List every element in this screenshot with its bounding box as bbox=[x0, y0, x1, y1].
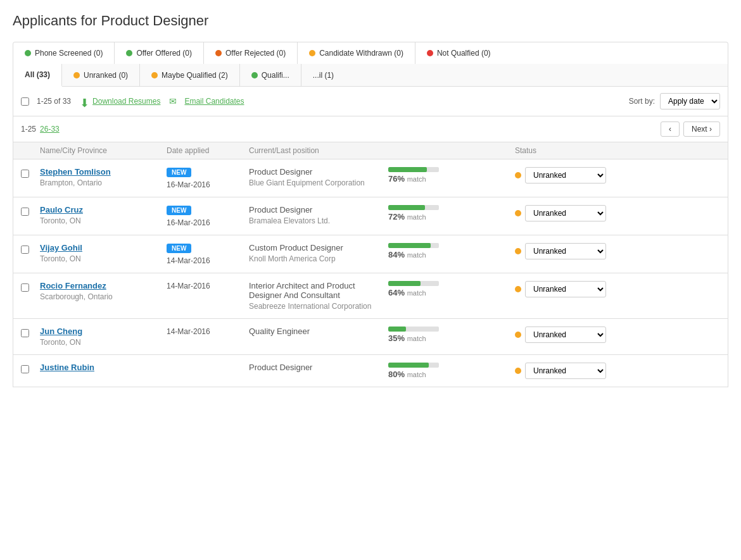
dot-icon bbox=[251, 72, 258, 78]
page-links: 1-25 26-33 bbox=[21, 125, 60, 134]
tab-offer-offered[interactable]: Offer Offered (0) bbox=[115, 42, 204, 64]
match-label: match bbox=[407, 371, 426, 378]
status-select[interactable]: Unranked Maybe Qualified Qualified Not Q… bbox=[525, 243, 606, 259]
match-pct-number: 84% bbox=[388, 250, 405, 259]
tab-not-qualified[interactable]: Not Qualfied (0) bbox=[415, 42, 502, 64]
applicant-location: Toronto, ON bbox=[40, 338, 167, 347]
status-select[interactable]: Unranked Maybe Qualified Qualified Not Q… bbox=[525, 167, 606, 184]
match-pct-number: 80% bbox=[388, 370, 405, 379]
row-check[interactable] bbox=[21, 327, 40, 339]
prev-button[interactable]: ‹ bbox=[661, 121, 680, 137]
col-name: Name/City Province bbox=[40, 146, 167, 155]
page-link-26-33[interactable]: 26-33 bbox=[40, 125, 60, 134]
status-select-wrap: Unranked Maybe Qualified Qualified Not Q… bbox=[515, 281, 616, 297]
tab-phone-screened[interactable]: Phone Screened (0) bbox=[13, 42, 115, 64]
tab-maybe-qualified[interactable]: Maybe Qualified (2) bbox=[140, 64, 240, 86]
row-check[interactable] bbox=[21, 281, 40, 294]
row-check[interactable] bbox=[21, 205, 40, 218]
toolbar-left: 1-25 of 33 ⬇ Download Resumes ✉ Email Ca… bbox=[21, 96, 244, 106]
match-bar-wrap bbox=[388, 281, 515, 286]
status-select-wrap: Unranked Maybe Qualified Qualified Not Q… bbox=[515, 363, 616, 379]
row-checkbox[interactable] bbox=[21, 365, 29, 373]
row-checkbox[interactable] bbox=[21, 283, 29, 292]
status-select[interactable]: Unranked Maybe Qualified Qualified Not Q… bbox=[525, 363, 606, 379]
status-select[interactable]: Unranked Maybe Qualified Qualified Not Q… bbox=[525, 205, 606, 221]
row-checkbox[interactable] bbox=[21, 329, 29, 337]
row-check[interactable] bbox=[21, 243, 40, 256]
tab-qualified[interactable]: Qualifi... bbox=[240, 64, 301, 86]
next-button[interactable]: Next › bbox=[683, 121, 720, 137]
tab-all[interactable]: All (33) bbox=[13, 64, 62, 87]
status-select[interactable]: Unranked Maybe Qualified Qualified Not Q… bbox=[525, 327, 606, 343]
match-bar-bg bbox=[388, 327, 439, 332]
match-bar-fill bbox=[388, 327, 406, 332]
status-select-wrap: Unranked Maybe Qualified Qualified Not Q… bbox=[515, 243, 616, 259]
applicant-location: Brampton, Ontario bbox=[40, 178, 167, 187]
row-checkbox[interactable] bbox=[21, 170, 29, 178]
match-label: match bbox=[407, 251, 426, 259]
date-cell: NEW 14-Mar-2016 bbox=[167, 243, 249, 265]
applicant-name-link[interactable]: Rocio Fernandez bbox=[40, 281, 106, 290]
date-text: 14-Mar-2016 bbox=[167, 256, 210, 265]
status-cell: Unranked Maybe Qualified Qualified Not Q… bbox=[515, 243, 616, 259]
email-candidates-link[interactable]: Email Candidates bbox=[184, 97, 244, 106]
match-pct-number: 76% bbox=[388, 174, 405, 184]
position-cell: Product Designer Blue Giant Equipment Co… bbox=[249, 167, 388, 187]
name-cell: Rocio Fernandez Scarborough, Ontario bbox=[40, 281, 167, 301]
select-all-checkbox[interactable] bbox=[21, 97, 29, 106]
applicant-name-link[interactable]: Vijay Gohil bbox=[40, 243, 82, 252]
dot-icon bbox=[73, 72, 80, 78]
match-bar-bg bbox=[388, 243, 439, 248]
match-bar-wrap bbox=[388, 167, 515, 172]
applicant-name-link[interactable]: Stephen Tomlison bbox=[40, 167, 111, 177]
tab-label: Qualifi... bbox=[262, 71, 289, 80]
tab-offer-rejected[interactable]: Offer Rejected (0) bbox=[204, 42, 298, 64]
match-label: match bbox=[407, 335, 426, 342]
status-dot-icon bbox=[515, 210, 521, 216]
match-cell: 64% match bbox=[388, 281, 515, 297]
sort-select[interactable]: Apply date Name Match % bbox=[660, 93, 720, 109]
applicant-name-link[interactable]: Paulo Cruz bbox=[40, 205, 83, 215]
status-cell: Unranked Maybe Qualified Qualified Not Q… bbox=[515, 281, 616, 297]
applicant-name-link[interactable]: Jun Cheng bbox=[40, 327, 82, 336]
tab-candidate-withdrawn[interactable]: Candidate Withdrawn (0) bbox=[298, 42, 415, 64]
tab-extra[interactable]: ...il (1) bbox=[301, 64, 345, 86]
tab-label: Candidate Withdrawn (0) bbox=[319, 49, 403, 58]
date-cell: NEW 16-Mar-2016 bbox=[167, 205, 249, 227]
match-label: match bbox=[407, 213, 426, 221]
row-checkbox[interactable] bbox=[21, 246, 29, 254]
position-cell: Product Designer Bramalea Elevators Ltd. bbox=[249, 205, 388, 225]
download-resumes-link[interactable]: Download Resumes bbox=[92, 97, 160, 106]
match-pct-text: 35% match bbox=[388, 333, 515, 343]
status-dot-icon bbox=[515, 368, 521, 374]
match-pct-text: 84% match bbox=[388, 250, 515, 259]
date-cell: 14-Mar-2016 bbox=[167, 327, 249, 336]
match-bar-fill bbox=[388, 167, 427, 172]
tab-label: Unranked (0) bbox=[84, 71, 128, 80]
match-pct-text: 76% match bbox=[388, 174, 515, 184]
dot-icon bbox=[25, 50, 31, 56]
applicant-name-link[interactable]: Justine Rubin bbox=[40, 363, 94, 372]
row-checkbox[interactable] bbox=[21, 208, 29, 216]
name-cell: Stephen Tomlison Brampton, Ontario bbox=[40, 167, 167, 187]
status-cell: Unranked Maybe Qualified Qualified Not Q… bbox=[515, 327, 616, 343]
match-cell: 84% match bbox=[388, 243, 515, 259]
position-title: Interior Architect and Product Designer … bbox=[249, 281, 388, 300]
tab-label: Not Qualfied (0) bbox=[437, 49, 491, 58]
status-select[interactable]: Unranked Maybe Qualified Qualified Not Q… bbox=[525, 281, 606, 297]
tab-unranked[interactable]: Unranked (0) bbox=[62, 64, 140, 86]
col-status: Status bbox=[515, 146, 616, 155]
email-icon: ✉ bbox=[169, 96, 182, 106]
dot-icon bbox=[126, 50, 132, 56]
nav-buttons: ‹ Next › bbox=[661, 121, 720, 137]
tab-label: All (33) bbox=[25, 70, 50, 79]
applicant-list: Stephen Tomlison Brampton, Ontario NEW 1… bbox=[13, 159, 728, 387]
position-cell: Custom Product Designer Knoll Morth Amer… bbox=[249, 243, 388, 263]
row-check[interactable] bbox=[21, 363, 40, 375]
name-cell: Jun Cheng Toronto, ON bbox=[40, 327, 167, 347]
table-row: Stephen Tomlison Brampton, Ontario NEW 1… bbox=[13, 159, 728, 197]
row-check[interactable] bbox=[21, 167, 40, 180]
match-bar-wrap bbox=[388, 363, 515, 368]
position-cell: Product Designer bbox=[249, 363, 388, 374]
match-bar-fill bbox=[388, 205, 425, 210]
